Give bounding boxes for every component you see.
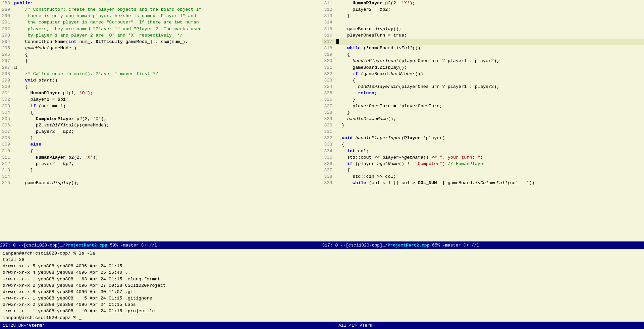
right-editor-pane[interactable]: 311 HumanPlayer p2(2, 'X');312 player2 =… xyxy=(322,0,644,241)
editor-area: 288public:289 /* Constructor: create the… xyxy=(0,0,644,241)
left-code-content: 288public:289 /* Constructor: create the… xyxy=(0,0,322,241)
terminal-line: ianpan@arch:csci1020-cpp/ % ls -la xyxy=(3,250,641,257)
bottom-bar-center: All <E> VTerm xyxy=(70,323,641,328)
bottom-bar-left: 11:28 UR-*vterm* xyxy=(3,323,70,328)
terminal-line: drwxr-xr-x 5 yep808 yep808 4096 Apr 24 0… xyxy=(3,263,641,269)
right-status-bar: 317: 0 --[csci1020-cpp]…/ProjectPart2.cp… xyxy=(322,241,644,249)
terminal-line: -rw-r--r-- 1 yep808 yep808 63 Apr 24 01:… xyxy=(3,276,641,282)
left-status-bar: 297: 0 --[csci1020-cpp]…/ProjectPart2.cp… xyxy=(0,241,322,249)
terminal-line: drwxr-xr-x 4 yep808 yep808 4096 Apr 25 1… xyxy=(3,269,641,276)
left-status-text: 297: 0 --[csci1020-cpp]…/ProjectPart2.cp… xyxy=(0,243,157,248)
right-status-text: 317: 0 --[csci1020-cpp]…/ProjectPart2.cp… xyxy=(322,243,479,248)
main-container: 288public:289 /* Constructor: create the… xyxy=(0,0,644,329)
left-editor-pane[interactable]: 288public:289 /* Constructor: create the… xyxy=(0,0,322,241)
terminal-line: drwxr-xr-x 8 yep808 yep808 4096 Apr 30 1… xyxy=(3,289,641,295)
terminal-line: -rw-r--r-- 1 yep808 yep808 5 Apr 24 01:1… xyxy=(3,295,641,301)
terminal-line: drwxr-xr-x 2 yep808 yep808 4096 Apr 27 0… xyxy=(3,282,641,289)
bottom-bar: 11:28 UR-*vterm* All <E> VTerm xyxy=(0,322,644,329)
terminal-line: drwxr-xr-x 2 yep808 yep808 4096 Apr 24 0… xyxy=(3,301,641,308)
vterm-label: vterm xyxy=(29,323,42,328)
terminal-line: total 28 xyxy=(3,257,641,263)
terminal-line: -rw-r--r-- 1 yep808 yep808 0 Apr 24 01:1… xyxy=(3,308,641,314)
status-bar-row: 297: 0 --[csci1020-cpp]…/ProjectPart2.cp… xyxy=(0,241,644,249)
terminal-area[interactable]: ianpan@arch:csci1020-cpp/ % ls -latotal … xyxy=(0,249,644,322)
right-code-content: 311 HumanPlayer p2(2, 'X');312 player2 =… xyxy=(322,0,644,241)
terminal-line: ianpan@arch:csci1020-cpp/ % _ xyxy=(3,315,641,321)
